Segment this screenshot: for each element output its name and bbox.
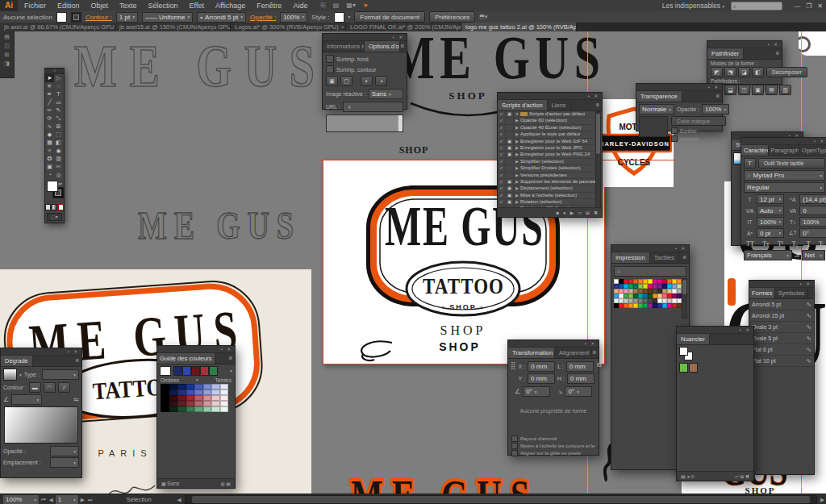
expand-icon[interactable]: ▶ xyxy=(514,165,520,171)
action-row[interactable]: ✓ ▶ Déplacement (sélection) xyxy=(498,185,602,192)
panel-controls-icon[interactable]: ▪ ✕ xyxy=(675,246,686,251)
panel-menu-icon[interactable]: ≣ xyxy=(592,348,599,358)
menu-item[interactable]: Affichage xyxy=(215,2,245,10)
panel-controls-icon[interactable]: ▪ ✕ xyxy=(740,327,751,332)
stroke-gradient-across-icon[interactable]: ⫽ xyxy=(58,382,70,393)
color-swatch[interactable] xyxy=(186,401,195,406)
check-icon[interactable]: ✓ xyxy=(498,145,506,151)
check-icon[interactable]: ✓ xyxy=(498,152,506,157)
brush-item[interactable]: Ovale 3 pt ∿ xyxy=(749,322,814,333)
dialog-toggle-icon[interactable] xyxy=(506,179,514,185)
dialog-toggle-icon[interactable] xyxy=(506,118,514,123)
check-icon[interactable]: ✓ xyxy=(498,139,506,144)
color-swatch[interactable] xyxy=(194,389,203,395)
color-swatch[interactable] xyxy=(173,366,182,376)
color-swatch[interactable] xyxy=(169,395,178,401)
menu-item[interactable]: Edition xyxy=(57,2,80,10)
preferences-button[interactable]: Préférences xyxy=(429,11,475,23)
dialog-toggle-icon[interactable] xyxy=(506,145,514,151)
panel-controls-icon[interactable]: ▪ ✕ xyxy=(708,85,720,90)
swatch-search-input[interactable]: ⌕ xyxy=(614,266,686,277)
color-swatch[interactable] xyxy=(211,384,220,389)
free-transform-tool[interactable]: ⊞ xyxy=(54,123,63,131)
pathfinder-button[interactable]: ◧ xyxy=(752,67,764,77)
color-swatch[interactable] xyxy=(679,363,688,373)
color-swatch[interactable] xyxy=(161,406,169,412)
tab-document-info[interactable]: Informations sur le xyxy=(323,41,365,52)
direct-selection-tool[interactable]: ▷ xyxy=(54,74,63,82)
option-checkbox[interactable] xyxy=(511,435,518,442)
hand-tool[interactable]: ◔ xyxy=(45,171,54,179)
gradient-slider[interactable] xyxy=(4,406,78,444)
scrollbar[interactable] xyxy=(682,278,687,319)
record-icon[interactable]: ● xyxy=(563,210,566,215)
color-swatch[interactable] xyxy=(169,401,178,406)
brush-item[interactable]: Plat 10 pt ∿ xyxy=(749,356,814,367)
brush-item[interactable]: Plat 6 pt ∿ xyxy=(749,344,814,356)
color-swatch[interactable] xyxy=(220,401,229,406)
action-row[interactable]: ✓ ▶ Enregistrer pour le Web PNG 24 xyxy=(498,152,602,158)
option-checkbox[interactable] xyxy=(511,450,518,456)
swap-fill-stroke-icon[interactable]: ⇄ xyxy=(58,181,62,186)
tab-color-guide[interactable]: Guide des couleurs xyxy=(157,353,215,364)
gradient-opacity-field[interactable]: ▾ xyxy=(50,446,79,456)
touch-type-icon[interactable]: ꓔ xyxy=(744,158,756,169)
color-mode-icon[interactable] xyxy=(45,204,51,210)
tab-paragraph[interactable]: Paragraphe xyxy=(769,145,800,156)
document-tab[interactable]: logo me gus tattoo 2.ai @ 100% (RVB/Aper… xyxy=(461,23,577,31)
tab-transparency[interactable]: Transparence xyxy=(636,91,682,102)
layout-switcher-icon[interactable]: ▦▾ xyxy=(346,2,356,10)
color-swatch[interactable] xyxy=(211,389,220,395)
search-input[interactable]: ⌕ xyxy=(731,2,782,10)
color-swatch[interactable] xyxy=(177,406,186,412)
action-row[interactable]: ✓ ▶ Simplifier Droites (sélection) xyxy=(498,165,602,172)
touch-type-button[interactable]: Outil Texte tactile xyxy=(758,158,825,169)
canvas[interactable]: ME GUS ME GUS SHOP SHOP ME GUS ME GUS TA… xyxy=(0,31,826,494)
pathfinder-button[interactable]: ▥ xyxy=(779,85,791,95)
check-icon[interactable]: ✓ xyxy=(498,159,506,165)
paintbrush-tool[interactable]: ✏ xyxy=(45,106,54,115)
stop-icon[interactable]: ■ xyxy=(556,210,559,215)
color-swatch[interactable] xyxy=(186,384,195,389)
align-icon[interactable]: ⬒▾ xyxy=(479,14,487,20)
color-swatch[interactable] xyxy=(211,395,220,401)
last-artboard-icon[interactable]: ⏭ xyxy=(86,497,94,503)
option-checkbox[interactable] xyxy=(511,443,518,449)
rectangle-tool[interactable]: ▭ xyxy=(54,98,63,106)
panel-controls-icon[interactable]: ▪ ✕ xyxy=(588,94,599,98)
hide-center-icon[interactable]: ▢ xyxy=(340,76,353,86)
tab-actions[interactable]: Scripts d'action xyxy=(498,100,548,110)
type-style-button[interactable]: T̲ xyxy=(807,240,811,248)
opacity-field[interactable]: 100%▾ xyxy=(280,12,307,23)
panel-menu-icon[interactable]: ≣ xyxy=(682,252,689,263)
width-tool[interactable]: ∿ xyxy=(45,123,54,131)
url-field[interactable]: ▾ xyxy=(343,102,403,112)
transparency-opacity-field[interactable]: 100%▾ xyxy=(702,104,729,115)
zoom-tool[interactable]: ◎ xyxy=(54,171,63,179)
x-field[interactable]: 0 mm xyxy=(528,361,555,372)
stroke-width-field[interactable]: 1 pt▾ xyxy=(116,12,138,23)
menu-item[interactable]: Fichier xyxy=(24,2,46,10)
brush-item[interactable]: Arrondi 5 pt ∿ xyxy=(749,299,814,310)
document-tab[interactable]: Logos.ai* @ 300% (RVB/Aperçu GPU) × xyxy=(231,23,346,31)
save-group-icon[interactable]: ▤ xyxy=(226,481,231,486)
color-swatch[interactable] xyxy=(177,395,186,401)
expand-icon[interactable]: ▶ xyxy=(514,185,520,191)
blend-tool[interactable]: ◉ xyxy=(54,147,63,155)
panel-menu-icon[interactable]: ≣ xyxy=(75,356,81,366)
stroke-swatch[interactable] xyxy=(71,12,81,23)
reference-point-icon[interactable]: ⣿ xyxy=(511,361,516,384)
mesh-tool[interactable]: ▦ xyxy=(45,139,54,147)
height-field[interactable]: 0 mm xyxy=(567,373,594,384)
panel-controls-icon[interactable]: ▪ ✕ xyxy=(814,139,825,144)
menu-item[interactable]: Fenêtre xyxy=(257,2,282,10)
color-swatch[interactable] xyxy=(161,384,169,389)
overprint-fill-checkbox[interactable] xyxy=(326,55,334,63)
type-style-button[interactable]: TT xyxy=(746,240,754,248)
font-style-select[interactable]: Regular▾ xyxy=(744,182,825,193)
expand-icon[interactable]: ▶ xyxy=(514,118,520,123)
color-swatch[interactable] xyxy=(191,366,200,376)
gradient-thumbnail[interactable] xyxy=(3,369,17,381)
slice-tool[interactable]: ✂ xyxy=(54,163,63,171)
action-row[interactable]: ✓ ▶ Opacité 60 (sélection) xyxy=(498,118,602,124)
